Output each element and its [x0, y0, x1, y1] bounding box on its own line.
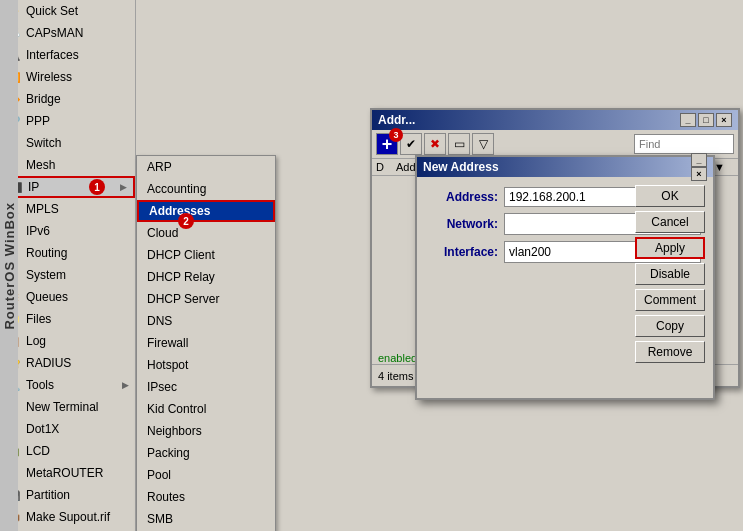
- submenu-label-dhcp-client: DHCP Client: [147, 248, 215, 262]
- submenu-item-dhcp-server[interactable]: DHCP Server: [137, 288, 275, 310]
- disable-button[interactable]: Disable: [635, 263, 705, 285]
- addr-rect-btn[interactable]: ▭: [448, 133, 470, 155]
- submenu-label-dhcp-relay: DHCP Relay: [147, 270, 215, 284]
- addr-add-btn[interactable]: + 3: [376, 133, 398, 155]
- filter-icon: ▽: [479, 137, 488, 151]
- sidebar-item-system[interactable]: 🖥System: [0, 264, 135, 286]
- sidebar-label-capsman: CAPsMAN: [26, 26, 83, 40]
- submenu-item-routes[interactable]: Routes: [137, 486, 275, 508]
- addr-check-btn[interactable]: ✔: [400, 133, 422, 155]
- ok-button[interactable]: OK: [635, 185, 705, 207]
- sidebar-item-mesh[interactable]: •Mesh: [0, 154, 135, 176]
- submenu-item-dhcp-relay[interactable]: DHCP Relay: [137, 266, 275, 288]
- sidebar-item-quick-set[interactable]: ⚡Quick Set: [0, 0, 135, 22]
- ip-submenu: ARPAccountingAddressesCloudDHCP ClientDH…: [136, 155, 276, 531]
- submenu-item-dns[interactable]: DNS: [137, 310, 275, 332]
- submenu-item-kid-control[interactable]: Kid Control: [137, 398, 275, 420]
- dialog-buttons: OK Cancel Apply Disable Comment Copy Rem…: [635, 185, 705, 363]
- sidebar-label-radius: RADIUS: [26, 356, 71, 370]
- addr-minimize-btn[interactable]: _: [680, 113, 696, 127]
- sidebar-item-make-supout[interactable]: 📦Make Supout.rif: [0, 506, 135, 528]
- sidebar-label-ipv6: IPv6: [26, 224, 50, 238]
- sidebar-item-ppp[interactable]: 🔗PPP: [0, 110, 135, 132]
- submenu-item-smb[interactable]: SMB: [137, 508, 275, 530]
- sidebar-item-bridge[interactable]: 🔶Bridge: [0, 88, 135, 110]
- submenu-label-dns: DNS: [147, 314, 172, 328]
- tools-arrow-icon: ▶: [122, 380, 129, 390]
- submenu-item-packing[interactable]: Packing: [137, 442, 275, 464]
- sidebar-item-lcd[interactable]: ▦LCD: [0, 440, 135, 462]
- submenu-item-neighbors[interactable]: Neighbors: [137, 420, 275, 442]
- submenu-item-ipsec[interactable]: IPsec: [137, 376, 275, 398]
- submenu-label-pool: Pool: [147, 468, 171, 482]
- badge-1: 1: [89, 179, 105, 195]
- sidebar-item-interfaces[interactable]: 🔌Interfaces: [0, 44, 135, 66]
- new-addr-close-btn[interactable]: ×: [691, 167, 707, 181]
- sidebar: ⚡Quick Set📡CAPsMAN🔌Interfaces📶Wireless🔶B…: [0, 0, 136, 531]
- sidebar-label-metarouter: MetaROUTER: [26, 466, 103, 480]
- sidebar-item-ip[interactable]: ⬛IP▶1: [0, 176, 135, 198]
- submenu-item-cloud[interactable]: Cloud: [137, 222, 275, 244]
- submenu-item-arp[interactable]: ARP: [137, 156, 275, 178]
- sidebar-item-new-terminal[interactable]: ▶New Terminal: [0, 396, 135, 418]
- addr-window-title: Addr...: [378, 113, 415, 127]
- remove-button[interactable]: Remove: [635, 341, 705, 363]
- sidebar-label-ip: IP: [28, 180, 39, 194]
- addr-window-titlebar: Addr... _ □ ×: [372, 110, 738, 130]
- sidebar-item-routing[interactable]: ↔Routing: [0, 242, 135, 264]
- addr-delete-btn[interactable]: ✖: [424, 133, 446, 155]
- sidebar-item-ipv6[interactable]: 6IPv6: [0, 220, 135, 242]
- addr-filter-btn[interactable]: ▽: [472, 133, 494, 155]
- sidebar-item-dot1x[interactable]: ●Dot1X: [0, 418, 135, 440]
- sidebar-item-mpls[interactable]: 〽MPLS: [0, 198, 135, 220]
- submenu-item-dhcp-client[interactable]: DHCP Client: [137, 244, 275, 266]
- sidebar-item-queues[interactable]: ☰Queues: [0, 286, 135, 308]
- sidebar-item-partition[interactable]: 💾Partition: [0, 484, 135, 506]
- submenu-item-hotspot[interactable]: Hotspot: [137, 354, 275, 376]
- addr-maximize-btn[interactable]: □: [698, 113, 714, 127]
- sidebar-item-radius[interactable]: 🔐RADIUS: [0, 352, 135, 374]
- apply-button[interactable]: Apply: [635, 237, 705, 259]
- submenu-label-hotspot: Hotspot: [147, 358, 188, 372]
- new-address-dialog: New Address _ × Address: Network: Interf…: [415, 155, 715, 400]
- submenu-label-packing: Packing: [147, 446, 190, 460]
- new-addr-title: New Address: [423, 160, 499, 174]
- new-addr-minimize-btn[interactable]: _: [691, 153, 707, 167]
- submenu-item-firewall[interactable]: Firewall: [137, 332, 275, 354]
- sidebar-label-make-supout: Make Supout.rif: [26, 510, 110, 524]
- rect-icon: ▭: [454, 137, 465, 151]
- cancel-button[interactable]: Cancel: [635, 211, 705, 233]
- sidebar-label-files: Files: [26, 312, 51, 326]
- submenu-label-ipsec: IPsec: [147, 380, 177, 394]
- sidebar-item-capsman[interactable]: 📡CAPsMAN: [0, 22, 135, 44]
- addr-search-input[interactable]: [634, 134, 734, 154]
- submenu-label-neighbors: Neighbors: [147, 424, 202, 438]
- delete-icon: ✖: [430, 137, 440, 151]
- sidebar-item-metarouter[interactable]: ⬡MetaROUTER: [0, 462, 135, 484]
- sidebar-label-switch: Switch: [26, 136, 61, 150]
- submenu-label-routes: Routes: [147, 490, 185, 504]
- submenu-item-pool[interactable]: Pool: [137, 464, 275, 486]
- sidebar-label-tools: Tools: [26, 378, 54, 392]
- sidebar-label-mesh: Mesh: [26, 158, 55, 172]
- submenu-item-addresses[interactable]: Addresses: [137, 200, 275, 222]
- sidebar-label-system: System: [26, 268, 66, 282]
- comment-button[interactable]: Comment: [635, 289, 705, 311]
- addr-win-controls: _ □ ×: [680, 113, 732, 127]
- sidebar-item-tools[interactable]: 🔧Tools▶: [0, 374, 135, 396]
- sidebar-item-wireless[interactable]: 📶Wireless: [0, 66, 135, 88]
- addr-close-btn[interactable]: ×: [716, 113, 732, 127]
- copy-button[interactable]: Copy: [635, 315, 705, 337]
- sidebar-item-log[interactable]: 📋Log: [0, 330, 135, 352]
- sidebar-item-files[interactable]: 📁Files: [0, 308, 135, 330]
- badge-3: 3: [389, 128, 403, 142]
- sidebar-item-switch[interactable]: ⚙Switch: [0, 132, 135, 154]
- submenu-label-cloud: Cloud: [147, 226, 178, 240]
- sidebar-label-ppp: PPP: [26, 114, 50, 128]
- winbox-side-label: RouterOS WinBox: [0, 0, 18, 531]
- sidebar-label-queues: Queues: [26, 290, 68, 304]
- submenu-label-accounting: Accounting: [147, 182, 206, 196]
- new-addr-win-controls: _ ×: [691, 153, 707, 181]
- sidebar-label-interfaces: Interfaces: [26, 48, 79, 62]
- submenu-item-accounting[interactable]: Accounting: [137, 178, 275, 200]
